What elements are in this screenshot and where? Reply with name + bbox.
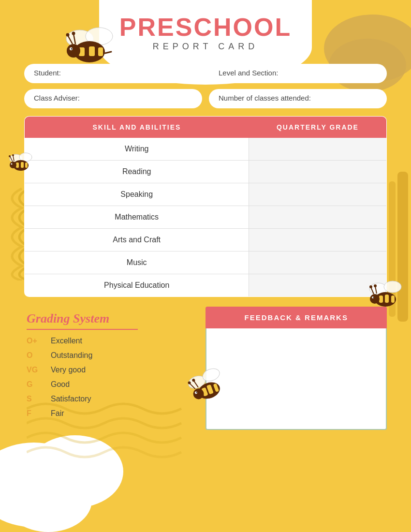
grade-label: Good	[51, 380, 70, 389]
report-card-title: PRESCHOOL	[119, 15, 292, 40]
grading-system: Grading System O+ Excellent O Outstandin…	[24, 307, 196, 429]
table-row: Arts and Craft	[25, 229, 387, 251]
svg-rect-30	[391, 296, 395, 303]
col-grade: QUARTERLY GRADE	[249, 117, 387, 138]
skill-cell: Writing	[25, 138, 249, 161]
svg-point-33	[373, 297, 374, 298]
svg-rect-4	[89, 46, 95, 56]
grade-cell[interactable]	[249, 274, 387, 297]
svg-point-12	[72, 32, 75, 35]
grade-cell[interactable]	[249, 183, 387, 206]
grade-label: Satisfactory	[51, 395, 91, 403]
svg-point-37	[374, 284, 377, 287]
skill-cell: Speaking	[25, 183, 249, 206]
svg-point-31	[370, 294, 380, 304]
grade-cell[interactable]	[249, 206, 387, 229]
title-block: PRESCHOOL REPORT CARD	[119, 15, 292, 52]
grade-row-item: VG Very good	[27, 366, 191, 374]
svg-rect-17	[21, 162, 24, 168]
grade-row-item: G Good	[27, 380, 191, 389]
feedback-section: FEEDBACK & REMARKS	[206, 307, 387, 430]
grade-items-list: O+ Excellent O Outstanding VG Very good …	[27, 337, 191, 418]
skill-cell: Arts and Craft	[25, 229, 249, 251]
grade-row-item: O Outstanding	[27, 351, 191, 360]
grading-title: Grading System	[27, 311, 191, 326]
table-row: Reading	[25, 161, 387, 183]
grade-code: F	[27, 409, 41, 418]
grade-label: Outstanding	[51, 351, 92, 360]
svg-point-8	[71, 48, 73, 50]
svg-point-20	[11, 163, 13, 165]
skill-cell: Mathematics	[25, 206, 249, 229]
grade-code: VG	[27, 366, 41, 374]
table-row: Music	[25, 251, 387, 274]
svg-point-24	[12, 154, 14, 156]
svg-point-35	[369, 285, 372, 288]
report-card-subtitle: REPORT CARD	[119, 42, 292, 52]
grade-code: O	[27, 351, 41, 360]
svg-rect-5	[98, 47, 103, 56]
level-section-field[interactable]: Level and Section:	[209, 64, 387, 83]
form-row-2: Class Adviser: Number of classes attende…	[24, 89, 387, 108]
grade-code: S	[27, 395, 41, 403]
svg-point-10	[66, 33, 70, 37]
grade-code: O+	[27, 337, 41, 345]
skill-cell: Physical Education	[25, 274, 249, 297]
table-row: Speaking	[25, 183, 387, 206]
svg-point-22	[9, 155, 11, 157]
skill-cell: Reading	[25, 161, 249, 183]
feedback-header: FEEDBACK & REMARKS	[206, 307, 387, 328]
svg-rect-18	[25, 163, 28, 168]
grade-row-item: O+ Excellent	[27, 337, 191, 345]
grade-label: Very good	[51, 366, 86, 374]
grade-cell[interactable]	[249, 138, 387, 161]
grade-table: SKILL AND ABILITIES QUARTERLY GRADE Writ…	[24, 116, 387, 297]
grade-cell[interactable]	[249, 229, 387, 251]
svg-rect-29	[385, 295, 389, 303]
adviser-field[interactable]: Class Adviser:	[24, 89, 202, 108]
table-row: Physical Education	[25, 274, 387, 297]
grade-label: Fair	[51, 409, 64, 418]
feedback-body[interactable]	[206, 328, 387, 430]
col-skills: SKILL AND ABILITIES	[25, 117, 249, 138]
grade-row-item: F Fair	[27, 409, 191, 418]
skill-cell: Music	[25, 251, 249, 274]
grade-code: G	[27, 380, 41, 389]
classes-attended-field[interactable]: Number of classes attended:	[209, 89, 387, 108]
svg-point-19	[10, 162, 16, 168]
grade-row-item: S Satisfactory	[27, 395, 191, 403]
table-row: Writing	[25, 138, 387, 161]
grading-divider	[27, 329, 138, 330]
grade-cell[interactable]	[249, 161, 387, 183]
svg-point-6	[67, 44, 80, 58]
svg-rect-28	[379, 296, 383, 303]
grade-cell[interactable]	[249, 251, 387, 274]
svg-point-26	[384, 281, 401, 293]
grade-label: Excellent	[51, 337, 82, 345]
table-row: Mathematics	[25, 206, 387, 229]
